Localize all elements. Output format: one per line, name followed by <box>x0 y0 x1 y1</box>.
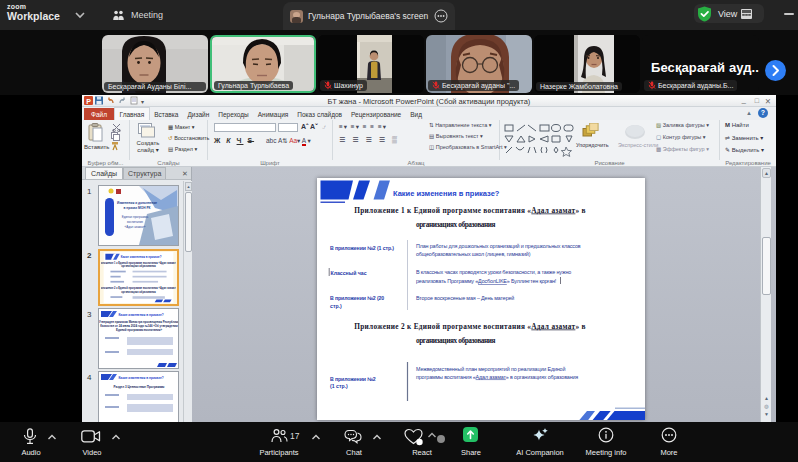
svg-text:Приложение 1 к Единой программ: Приложение 1 к Единой программе воспитан… <box>101 261 176 265</box>
svg-text:Раздел 3 Ценностные Программы: Раздел 3 Ценностные Программы <box>114 385 165 389</box>
svg-text:программы воспитания «Адал аз: программы воспитания «Адал азамат» в орг… <box>416 374 578 380</box>
svg-text:Изменения и дополнение: Изменения и дополнение <box>117 201 157 205</box>
svg-text:Единой программы воспитания»: Единой программы воспитания» <box>116 328 162 332</box>
svg-text:Приложение 2 к Единой программ: Приложение 2 к Единой программе воспитан… <box>101 286 176 290</box>
svg-text:В приложении №2 (1 стр.): В приложении №2 (1 стр.) <box>330 245 394 251</box>
svg-text:организациях образования: организациях образования <box>121 264 156 268</box>
svg-text:Какие изменения в приказе?: Какие изменения в приказе? <box>118 313 163 317</box>
svg-text:(1 стр.): (1 стр.) <box>330 383 348 389</box>
svg-text:организациях образования: организациях образования <box>121 290 156 294</box>
svg-text:Какие изменения в приказе?: Какие изменения в приказе? <box>121 255 162 259</box>
svg-text:Какие изменения в приказе?: Какие изменения в приказе? <box>118 376 163 380</box>
svg-text:Второе воскресеные мая – День: Второе воскресеные мая – День матерей <box>416 295 514 301</box>
svg-text:В приложении №2: В приложении №2 <box>330 376 376 382</box>
svg-text:Межведомственный план мероприя: Межведомственный план мероприятий по реа… <box>416 366 565 372</box>
svg-text:Приложение 1 к Единой программ: Приложение 1 к Единой программе воспитан… <box>354 206 585 215</box>
svg-text:Приложение 2 к Единой программ: Приложение 2 к Единой программе воспитан… <box>354 322 585 331</box>
svg-text:Классный час: Классный час <box>331 270 367 276</box>
svg-text:«Адал азамат»: «Адал азамат» <box>124 225 145 229</box>
svg-text:в приказ МОН РК: в приказ МОН РК <box>124 206 151 210</box>
svg-text:организациях образования: организациях образования <box>416 336 496 345</box>
svg-text:План работы для дошкольных орг: План работы для дошкольных организаций и… <box>416 243 581 249</box>
svg-text:В классных часах проводятся ур: В классных часах проводятся уроки безопа… <box>416 269 571 275</box>
svg-text:В приложении №2 (20: В приложении №2 (20 <box>330 295 384 301</box>
svg-text:Какие изменения в приказе?: Какие изменения в приказе? <box>393 189 500 198</box>
svg-text:организациях образования: организациях образования <box>416 220 496 229</box>
svg-text:стр.): стр.) <box>330 303 342 309</box>
svg-text:общеобразовательных школ (лице: общеобразовательных школ (лицеев, гимназ… <box>416 251 531 257</box>
svg-text:Единая программа: Единая программа <box>122 215 149 219</box>
svg-text:реализовать Программу «ДосболL: реализовать Программу «ДосболLIKE» Булли… <box>416 278 557 284</box>
svg-text:воспитания: воспитания <box>127 220 143 224</box>
